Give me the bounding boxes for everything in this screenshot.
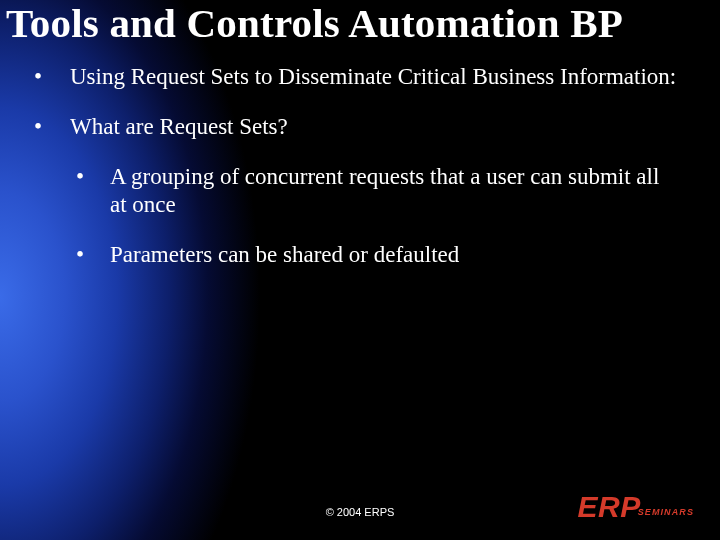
bullet-list-level2: • A grouping of concurrent requests that… [70,163,680,269]
slide-body: • Using Request Sets to Disseminate Crit… [0,45,720,291]
logo-main: ERP [578,490,641,523]
bullet-icon: • [70,163,110,219]
logo: ERPSEMINARS [578,490,695,524]
list-item: • A grouping of concurrent requests that… [70,163,680,219]
list-item-text-wrap: What are Request Sets? • A grouping of c… [70,113,680,291]
list-item-text: Using Request Sets to Disseminate Critic… [70,63,680,91]
logo-sub: SEMINARS [638,507,694,517]
slide: Tools and Controls Automation BP • Using… [0,0,720,540]
bullet-icon: • [32,63,70,91]
list-item: • What are Request Sets? • A grouping of… [32,113,680,291]
list-item-text: A grouping of concurrent requests that a… [110,163,680,219]
list-item: • Parameters can be shared or defaulted [70,241,680,269]
list-item-text: Parameters can be shared or defaulted [110,241,680,269]
slide-title: Tools and Controls Automation BP [0,0,720,45]
bullet-list-level1: • Using Request Sets to Disseminate Crit… [32,63,680,291]
list-item-text: What are Request Sets? [70,114,288,139]
bullet-icon: • [70,241,110,269]
list-item: • Using Request Sets to Disseminate Crit… [32,63,680,91]
bullet-icon: • [32,113,70,291]
